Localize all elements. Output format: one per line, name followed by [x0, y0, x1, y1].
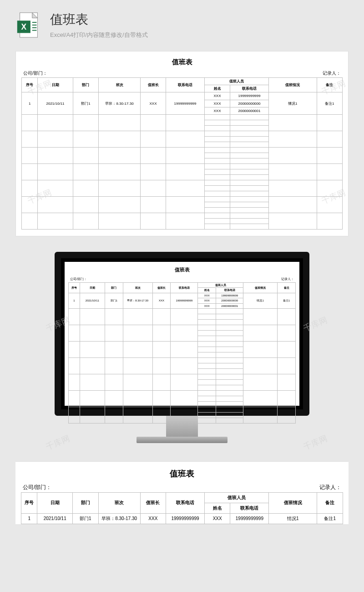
table-row: [22, 114, 343, 120]
page-title: 值班表: [50, 11, 148, 28]
template-preview-large: 值班表 公司/部门： 记录人： 序号日期部门班次值班长联系电话值班人员值班情况备…: [15, 461, 349, 524]
template-preview-card: 值班表 公司/部门： 记录人： 序号 日期 部门 班次 值班长 联系电话 值班人…: [15, 51, 349, 236]
table-row: [22, 180, 343, 185]
meta-company: 公司/部门：: [23, 484, 51, 491]
col-seq: 序号: [22, 78, 38, 92]
meta-company: 公司/部门：: [70, 277, 87, 281]
col-staff-group: 值班人员: [204, 78, 268, 85]
table-row: [22, 147, 343, 153]
duty-table: 序号 日期 部门 班次 值班长 联系电话 值班人员 值班情况 备注 姓名 联系电…: [21, 77, 343, 230]
meta-recorder: 记录人：: [281, 277, 294, 281]
monitor-stand: [166, 416, 198, 437]
col-remark: 备注: [317, 78, 342, 92]
meta-recorder: 记录人：: [319, 484, 341, 491]
meta-company: 公司/部门：: [23, 70, 47, 77]
col-date: 日期: [38, 78, 73, 92]
svg-text:X: X: [21, 22, 27, 31]
doc-title: 值班表: [68, 266, 296, 273]
table-row: [22, 196, 343, 202]
duty-table: 序号日期部门班次值班长联系电话值班人员值班情况备注 姓名联系电话 12021/1…: [68, 282, 296, 424]
doc-title: 值班表: [21, 468, 343, 479]
col-phone: 联系电话: [166, 78, 205, 92]
excel-file-icon: X: [15, 11, 43, 39]
col-staff-phone: 联系电话: [230, 85, 269, 92]
page-header: X 值班表 Excel/A4打印/内容随意修改/自带格式: [0, 0, 364, 46]
table-row: [22, 131, 343, 136]
monitor-base: [136, 437, 228, 443]
col-situation: 值班情况: [268, 78, 317, 92]
table-row: 1 2021/10/11 部门1 早班：8.30-17.30 XXX 19999…: [22, 92, 343, 100]
col-shift: 班次: [99, 78, 141, 92]
page-subtitle: Excel/A4打印/内容随意修改/自带格式: [50, 31, 148, 39]
meta-recorder: 记录人：: [323, 70, 341, 77]
doc-title: 值班表: [21, 58, 343, 66]
table-row: [22, 163, 343, 169]
col-staff-name: 姓名: [204, 85, 230, 92]
monitor-mockup: 值班表 公司/部门： 记录人： 序号日期部门班次值班长联系电话值班人员值班情况备…: [0, 252, 364, 443]
col-leader: 值班长: [140, 78, 166, 92]
table-row: [22, 213, 343, 218]
col-dept: 部门: [73, 78, 98, 92]
duty-table: 序号日期部门班次值班长联系电话值班人员值班情况备注 姓名联系电话 12021/1…: [21, 492, 343, 524]
